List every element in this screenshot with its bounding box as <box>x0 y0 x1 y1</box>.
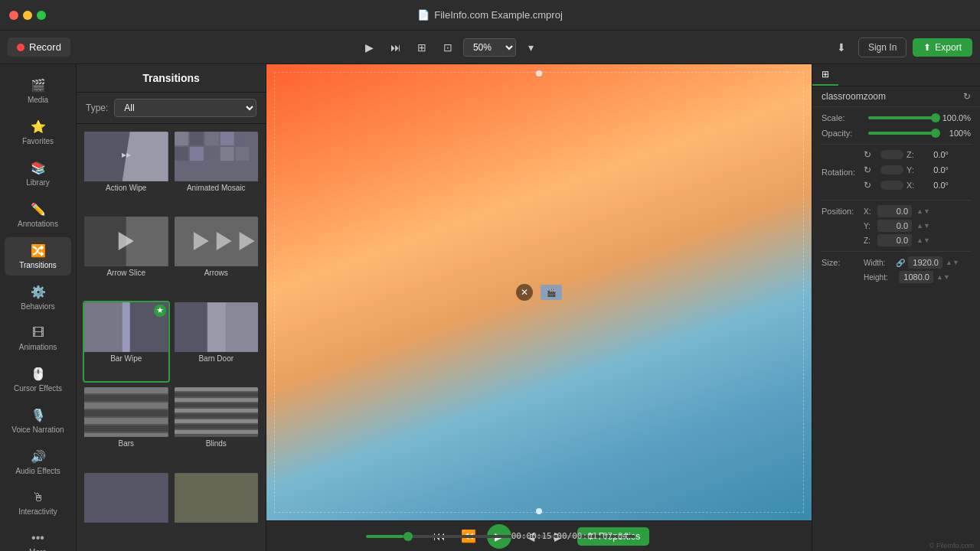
sidebar-item-library[interactable]: 📚 Library <box>5 155 71 193</box>
barn-door-thumb <box>175 302 259 352</box>
position-x-stepper[interactable]: ▲▼ <box>916 207 930 215</box>
rotation-section: Rotation: ↻ Z: 0.0° ↻ Y: <box>822 149 971 195</box>
interactivity-icon: 🖱 <box>32 491 44 504</box>
title-bar: 📄 FileInfo.com Example.cmproj <box>0 0 980 31</box>
svg-rect-36 <box>84 425 168 432</box>
export-button[interactable]: ⬆ Export <box>913 38 972 57</box>
sidebar-item-more-label: More <box>29 548 47 551</box>
close-overlay-icon[interactable]: ✕ <box>516 284 533 301</box>
sidebar-item-voice-narration-label: Voice Narration <box>11 425 64 434</box>
size-width-value[interactable]: 1920.0 <box>908 256 942 269</box>
sidebar-item-behaviors[interactable]: ⚙️ Behaviors <box>5 279 71 317</box>
download-icon[interactable]: ⬇ <box>831 37 852 58</box>
sign-in-label: Sign In <box>868 42 897 53</box>
divider-2 <box>822 200 971 201</box>
sidebar-item-annotations[interactable]: ✏️ Annotations <box>5 196 71 234</box>
step-forward-icon[interactable]: ⏭ <box>385 37 407 58</box>
play-icon[interactable]: ▶ <box>359 37 381 58</box>
animated-mosaic-thumb <box>175 132 259 181</box>
position-y-stepper[interactable]: ▲▼ <box>916 222 930 230</box>
close-button[interactable] <box>9 11 18 20</box>
transition-more-1[interactable] <box>83 471 170 545</box>
opacity-thumb[interactable] <box>931 129 940 138</box>
sidebar-item-behaviors-label: Behaviors <box>21 302 54 311</box>
sidebar-item-favorites[interactable]: ⭐ Favorites <box>5 113 71 152</box>
svg-rect-9 <box>235 132 249 145</box>
rotation-z-label: Z: <box>906 150 919 159</box>
toolbar-right: ⬇ Sign In ⬆ Export <box>831 37 972 58</box>
transition-arrow-slice[interactable]: Arrow Slice <box>83 215 170 297</box>
type-filter-select[interactable]: All 3D Wipe <box>114 99 256 117</box>
position-z-stepper[interactable]: ▲▼ <box>916 236 930 244</box>
minimize-button[interactable] <box>23 11 32 20</box>
sidebar-item-cursor-effects[interactable]: 🖱️ Cursor Effects <box>5 360 71 399</box>
main-layout: 🎬 Media ⭐ Favorites 📚 Library ✏️ Annotat… <box>0 64 980 551</box>
sign-in-button[interactable]: Sign In <box>858 37 906 57</box>
position-z-value[interactable]: 0.0 <box>877 234 912 246</box>
svg-rect-6 <box>189 132 203 145</box>
sidebar-item-animations-label: Animations <box>19 343 57 351</box>
transition-animated-mosaic[interactable]: Animated Mosaic <box>173 130 260 212</box>
transition-blinds[interactable]: Blinds <box>173 386 260 468</box>
svg-rect-5 <box>175 132 188 145</box>
rotation-x-row: ↻ X: 0.0° <box>864 180 971 191</box>
refresh-icon[interactable]: ↻ <box>963 91 971 102</box>
rotation-x-label: X: <box>906 181 919 190</box>
record-button[interactable]: Record <box>8 37 70 57</box>
sidebar-item-library-label: Library <box>26 178 50 187</box>
opacity-fill <box>868 132 936 135</box>
link-icon[interactable]: 🔗 <box>896 259 905 267</box>
handle-bottom[interactable] <box>536 508 542 514</box>
sidebar-item-animations[interactable]: 🎞 Animations <box>5 320 71 357</box>
svg-rect-41 <box>175 398 259 402</box>
properties-tab[interactable]: ⊞ <box>812 64 838 86</box>
rotation-z-slider[interactable] <box>880 150 903 159</box>
svg-rect-14 <box>235 147 249 161</box>
sidebar-item-voice-narration[interactable]: 🎙️ Voice Narration <box>5 402 71 440</box>
transition-arrows[interactable]: Arrows <box>173 215 260 297</box>
width-stepper[interactable]: ▲▼ <box>946 259 959 266</box>
scale-slider[interactable] <box>868 116 936 119</box>
opacity-row: Opacity: 100% <box>822 129 971 138</box>
layout-icon[interactable]: ⊡ <box>437 37 459 58</box>
rotation-y-slider[interactable] <box>880 165 903 174</box>
svg-rect-32 <box>84 395 168 401</box>
favorites-icon: ⭐ <box>31 119 46 134</box>
audio-effects-icon: 🔊 <box>31 449 46 464</box>
sidebar-item-audio-effects-label: Audio Effects <box>15 467 60 475</box>
sidebar-item-transitions[interactable]: 🔀 Transitions <box>5 237 71 276</box>
svg-rect-31 <box>84 387 168 393</box>
scale-thumb[interactable] <box>931 113 940 122</box>
handle-top[interactable] <box>536 70 542 77</box>
transition-bars[interactable]: Bars <box>83 386 170 468</box>
sidebar-item-more[interactable]: ••• More <box>5 525 71 551</box>
transition-more-2[interactable] <box>173 471 260 545</box>
crop-icon[interactable]: ⊞ <box>411 37 433 58</box>
sidebar-item-media-label: Media <box>28 96 48 104</box>
opacity-slider[interactable] <box>868 132 936 135</box>
maximize-button[interactable] <box>37 11 46 20</box>
panel-header: Transitions <box>77 64 266 93</box>
size-height-value[interactable]: 1080.0 <box>899 271 933 283</box>
position-x-value[interactable]: 0.0 <box>877 205 912 217</box>
rotation-x-slider[interactable] <box>880 181 903 190</box>
transition-barn-door[interactable]: Barn Door <box>173 301 260 383</box>
progress-thumb[interactable] <box>403 532 413 541</box>
svg-rect-12 <box>204 147 218 161</box>
transition-action-wipe[interactable]: ▶▶ Action Wipe <box>83 130 170 212</box>
sidebar-item-media[interactable]: 🎬 Media <box>5 72 71 110</box>
more2-thumb <box>175 473 259 523</box>
height-stepper[interactable]: ▲▼ <box>936 273 950 281</box>
sidebar-item-audio-effects[interactable]: 🔊 Audio Effects <box>5 443 71 481</box>
title-bar-left <box>9 11 46 20</box>
position-y-value[interactable]: 0.0 <box>877 220 912 232</box>
transition-bar-wipe[interactable]: ★ Bar Wipe <box>83 301 170 383</box>
rotate-x-icon: ↻ <box>864 180 877 191</box>
rotate-y-icon: ↻ <box>864 165 877 175</box>
animated-mosaic-label: Animated Mosaic <box>175 181 259 194</box>
zoom-dropdown-icon[interactable]: ▾ <box>521 37 542 58</box>
more-icon: ••• <box>31 531 44 545</box>
sidebar-item-interactivity[interactable]: 🖱 Interactivity <box>5 484 71 522</box>
behaviors-icon: ⚙️ <box>31 285 46 299</box>
zoom-select[interactable]: 50% 100% 25% <box>463 38 516 57</box>
